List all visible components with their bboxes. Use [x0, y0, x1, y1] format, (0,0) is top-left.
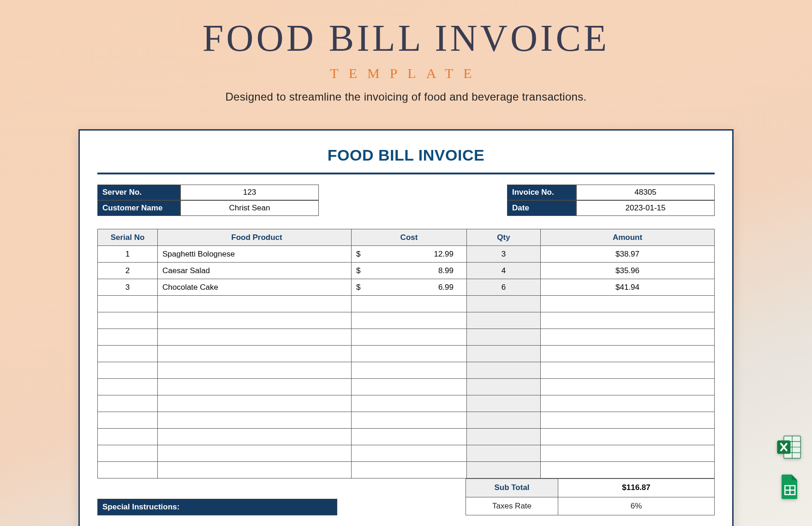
table-row: 2Caesar Salad$8.994$35.96 [98, 263, 715, 279]
excel-icon[interactable] [776, 434, 803, 460]
cell-amount: $41.94 [541, 279, 715, 296]
totals-table: Sub Total $116.87 Taxes Rate 6% [466, 478, 715, 515]
format-icons [776, 434, 803, 500]
hero: FOOD BILL INVOICE TEMPLATE Designed to s… [0, 0, 812, 103]
cell-product: Chocolate Cake [158, 279, 352, 296]
table-row: 3Chocolate Cake$6.996$41.94 [98, 279, 715, 296]
taxrate-value: 6% [558, 497, 715, 515]
meta-left: Server No. 123 Customer Name Christ Sean [97, 185, 319, 216]
customer-name-value: Christ Sean [180, 200, 319, 216]
cell-qty: 3 [467, 246, 541, 263]
page-description: Designed to streamline the invoicing of … [0, 90, 812, 103]
table-row-empty [98, 429, 715, 445]
google-sheets-icon[interactable] [776, 473, 803, 500]
special-instructions-label: Special Instructions: [97, 499, 337, 515]
col-serial: Serial No [98, 229, 158, 246]
subtotal-label: Sub Total [466, 479, 558, 497]
table-row-empty [98, 379, 715, 395]
cell-serial: 1 [98, 246, 158, 263]
table-header-row: Serial No Food Product Cost Qty Amount [98, 229, 715, 246]
server-no-label: Server No. [97, 185, 180, 200]
cell-product: Caesar Salad [158, 263, 352, 279]
table-row-empty [98, 395, 715, 412]
special-instructions: Special Instructions: [97, 499, 337, 515]
table-row-empty [98, 312, 715, 329]
invoice-meta: Server No. 123 Customer Name Christ Sean… [97, 185, 715, 216]
table-row-empty [98, 296, 715, 312]
divider [97, 173, 715, 174]
table-row-empty [98, 462, 715, 478]
taxrate-row: Taxes Rate 6% [466, 497, 715, 515]
table-row-empty [98, 346, 715, 362]
template-preview-page: FOOD BILL INVOICE TEMPLATE Designed to s… [0, 0, 812, 526]
invoice-title: FOOD BILL INVOICE [97, 146, 715, 164]
taxrate-label: Taxes Rate [466, 497, 558, 515]
cell-qty: 6 [467, 279, 541, 296]
cell-amount: $38.97 [541, 246, 715, 263]
invoice-sheet: FOOD BILL INVOICE Server No. 123 Custome… [78, 129, 734, 526]
col-product: Food Product [158, 229, 352, 246]
col-qty: Qty [467, 229, 541, 246]
page-subtitle: TEMPLATE [0, 66, 812, 81]
col-cost: Cost [352, 229, 467, 246]
cell-serial: 2 [98, 263, 158, 279]
table-row-empty [98, 412, 715, 429]
subtotal-row: Sub Total $116.87 [466, 479, 715, 497]
cell-serial: 3 [98, 279, 158, 296]
date-label: Date [507, 200, 576, 216]
page-title: FOOD BILL INVOICE [0, 17, 812, 60]
invoice-no-label: Invoice No. [507, 185, 576, 200]
cell-amount: $35.96 [541, 263, 715, 279]
server-no-value: 123 [180, 185, 319, 200]
date-value: 2023-01-15 [576, 200, 715, 216]
cell-product: Spaghetti Bolognese [158, 246, 352, 263]
bottom-area: Special Instructions: Sub Total $116.87 … [97, 478, 715, 515]
meta-right: Invoice No. 48305 Date 2023-01-15 [507, 185, 715, 216]
table-row: 1Spaghetti Bolognese$12.993$38.97 [98, 246, 715, 263]
cell-cost: $12.99 [352, 246, 467, 263]
customer-name-label: Customer Name [97, 200, 180, 216]
cell-qty: 4 [467, 263, 541, 279]
table-row-empty [98, 329, 715, 346]
cell-cost: $6.99 [352, 279, 467, 296]
col-amount: Amount [541, 229, 715, 246]
cell-cost: $8.99 [352, 263, 467, 279]
table-row-empty [98, 362, 715, 379]
invoice-no-value: 48305 [576, 185, 715, 200]
subtotal-value: $116.87 [558, 479, 715, 497]
table-row-empty [98, 445, 715, 462]
items-table: Serial No Food Product Cost Qty Amount 1… [97, 229, 715, 478]
